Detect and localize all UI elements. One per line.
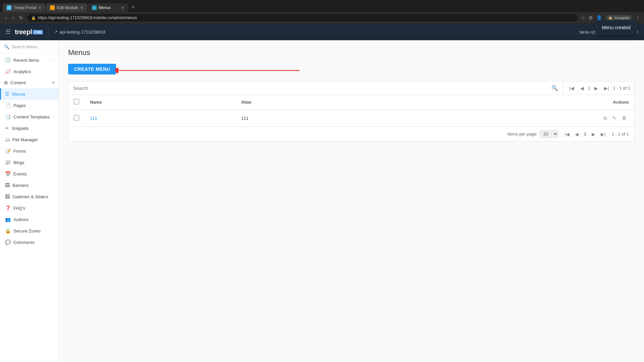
sidebar-item-content-templates[interactable]: 📑 Content Templates — [0, 111, 58, 122]
toast-notification: Menu created — [595, 20, 637, 35]
pagination-count-top: 1 - 1 of 1 — [613, 86, 630, 91]
tab-title-3: Menus — [99, 5, 119, 10]
sidebar-item-label-file-manager: File Manager — [12, 137, 54, 142]
refresh-button[interactable]: ↻ — [18, 14, 24, 21]
bookmark-icon[interactable]: ☆ — [581, 15, 585, 20]
sidebar-item-label-blogs: Blogs — [13, 160, 54, 165]
extensions-icon[interactable]: ⚙ — [589, 15, 593, 20]
sidebar-item-label-secure-zones: Secure Zones — [13, 228, 54, 234]
sidebar-item-faqs[interactable]: ❓ FAQ's — [0, 202, 58, 214]
address-bar[interactable]: 🔒 https://api-testing-1710238618.trialsi… — [27, 14, 578, 21]
sidebar-section: 🕐 Recent Items › 📈 Analytics ⊞ Content ▾… — [0, 54, 58, 249]
next-page-bottom-button[interactable]: ▶ — [590, 131, 597, 138]
chevron-right-icon: › — [53, 58, 54, 62]
new-tab-button[interactable]: + — [129, 2, 137, 12]
tab-close-2[interactable]: ✕ — [80, 6, 83, 10]
pagination-controls-bottom: |◀ ◀ 1 ▶ ▶| — [562, 131, 608, 138]
items-per-page-select[interactable]: 20 50 100 — [540, 130, 558, 138]
header-site: ↗ api-testing-1710238618 — [54, 30, 105, 35]
address-url: https://api-testing-1710238618.trialsite… — [38, 15, 137, 20]
tab-close-1[interactable]: ✕ — [38, 6, 41, 10]
file-manager-icon: 🗂 — [5, 137, 10, 142]
sidebar-group-content[interactable]: ⊞ Content ▾ — [0, 77, 58, 88]
external-link-icon: ↗ — [54, 30, 57, 34]
edit-button[interactable]: ✎ — [610, 114, 618, 122]
row-name-link[interactable]: 111 — [90, 116, 97, 121]
sidebar-item-forms[interactable]: 📝 Forms — [0, 145, 58, 157]
content-icon: ⊞ — [4, 80, 8, 85]
sidebar-item-label-forms: Forms — [13, 149, 54, 154]
forward-button[interactable]: › — [11, 14, 15, 21]
tab-title-1: Treepl Portal — [13, 5, 36, 10]
banners-icon: 🖼 — [5, 183, 10, 188]
sidebar-item-banners[interactable]: 🖼 Banners — [0, 179, 58, 191]
toolbar-right: ☆ ⚙ 👤 🕵 Incognito ⋮ — [581, 15, 640, 21]
back-button[interactable]: ‹ — [4, 14, 8, 21]
sidebar-item-analytics[interactable]: 📈 Analytics — [0, 66, 58, 77]
column-header-actions: Actions — [377, 95, 635, 110]
sidebar-search[interactable]: 🔍 Search Menu — [4, 44, 54, 49]
delete-button[interactable]: 🗑 — [620, 114, 629, 122]
row-select-checkbox[interactable] — [74, 115, 79, 120]
sidebar-item-recent-items[interactable]: 🕐 Recent Items › — [0, 54, 58, 66]
table-header: Name Alias Actions — [68, 95, 635, 110]
sidebar-item-authors[interactable]: 👥 Authors — [0, 214, 58, 225]
sidebar-item-blogs[interactable]: 📰 Blogs — [0, 157, 58, 168]
content-templates-icon: 📑 — [5, 114, 11, 119]
hamburger-menu[interactable]: ☰ — [5, 28, 11, 36]
last-page-bottom-button[interactable]: ▶| — [599, 131, 608, 138]
sidebar-item-comments[interactable]: 💬 Comments — [0, 237, 58, 248]
first-page-top-button[interactable]: |◀ — [567, 85, 576, 92]
sidebar-item-galleries-sliders[interactable]: 🖼 Galleries & Sliders — [0, 191, 58, 202]
incognito-badge: 🕵 Incognito — [605, 15, 632, 21]
recent-items-icon: 🕐 — [5, 57, 11, 63]
sidebar-item-label-faqs: FAQ's — [13, 206, 54, 211]
sidebar-item-label-snippets: Snippets — [12, 126, 54, 131]
sidebar-item-snippets[interactable]: ✂ Snippets — [0, 122, 58, 134]
prev-page-bottom-button[interactable]: ◀ — [573, 131, 581, 138]
toast-message: Menu created — [602, 25, 631, 30]
sidebar-item-label-content-templates: Content Templates — [13, 114, 54, 119]
sidebar-item-menus[interactable]: ☰ Menus — [0, 88, 58, 100]
next-page-top-button[interactable]: ▶ — [592, 85, 600, 92]
sidebar-item-secure-zones[interactable]: 🔒 Secure Zones — [0, 225, 58, 237]
profile-icon[interactable]: 👤 — [596, 15, 602, 20]
sidebar-item-pages[interactable]: 📄 Pages — [0, 100, 58, 111]
sidebar-search-section: 🔍 Search Menu — [0, 40, 58, 54]
main-layout: 🔍 Search Menu 🕐 Recent Items › 📈 Analyti… — [0, 40, 644, 362]
last-page-top-button[interactable]: ▶| — [602, 85, 611, 92]
copy-button[interactable]: ⧉ — [601, 114, 609, 122]
sidebar-item-label-comments: Comments — [13, 240, 54, 245]
sidebar: 🔍 Search Menu 🕐 Recent Items › 📈 Analyti… — [0, 40, 59, 362]
browser-tab-2[interactable]: ✎ Edit Module ✕ — [46, 3, 87, 12]
logo: treeplCMS — [15, 28, 43, 36]
comments-icon: 💬 — [5, 240, 11, 245]
first-page-bottom-button[interactable]: |◀ — [562, 131, 572, 138]
sidebar-group-label-content: Content — [10, 80, 26, 85]
row-name-cell: 111 — [85, 110, 236, 127]
sidebar-item-label-menus: Menus — [12, 92, 54, 97]
search-icon[interactable]: 🔍 — [547, 82, 563, 95]
analytics-icon: 📈 — [5, 69, 11, 74]
browser-tabs: T Treepl Portal ✕ ✎ Edit Module ✕ ≡ Menu… — [0, 0, 644, 12]
tab-title-2: Edit Module — [57, 5, 78, 10]
prev-page-top-button[interactable]: ◀ — [578, 85, 586, 92]
annotation-arrow — [115, 64, 303, 77]
menu-icon[interactable]: ⋮ — [635, 15, 640, 20]
app: ☰ treeplCMS ↗ api-testing-1710238618 tar… — [0, 23, 644, 362]
sidebar-item-label-events: Events — [13, 171, 54, 176]
tab-favicon-2: ✎ — [50, 5, 55, 10]
sidebar-item-events[interactable]: 📅 Events — [0, 168, 58, 179]
browser-tab-3[interactable]: ≡ Menus ✕ — [88, 3, 128, 12]
sidebar-item-file-manager[interactable]: 🗂 File Manager — [0, 134, 58, 145]
authors-icon: 👥 — [5, 217, 11, 222]
content-area: Menus CREATE MENU 🔍 |◀ — [59, 40, 644, 362]
search-input[interactable] — [68, 82, 547, 94]
column-header-name: Name — [85, 95, 236, 110]
browser-tab-1[interactable]: T Treepl Portal ✕ — [3, 3, 45, 12]
select-all-checkbox[interactable] — [74, 99, 79, 104]
create-menu-button[interactable]: CREATE MENU — [68, 64, 116, 74]
tab-close-3[interactable]: ✕ — [121, 6, 124, 10]
browser-chrome: T Treepl Portal ✕ ✎ Edit Module ✕ ≡ Menu… — [0, 0, 644, 23]
blogs-icon: 📰 — [5, 160, 11, 165]
